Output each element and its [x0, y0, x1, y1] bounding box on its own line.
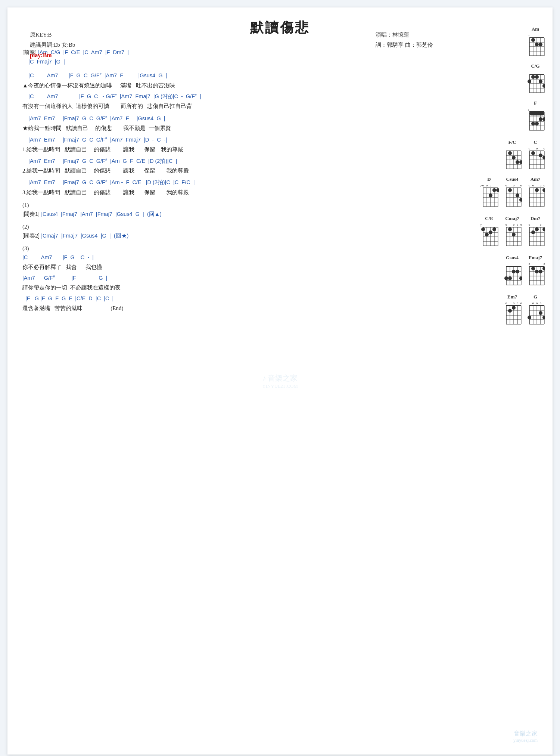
watermark-bottom: 音樂之家 yinyuezj.com [513, 730, 538, 743]
svg-point-137 [489, 230, 492, 234]
svg-point-183 [516, 270, 519, 273]
svg-point-154 [512, 233, 516, 236]
svg-point-123 [542, 188, 545, 192]
s3-lyrics2: 請你帶走你的一切 不必讓我在這樣的夜 [22, 283, 433, 292]
svg-point-197 [531, 267, 535, 270]
section-chorus2: |Am7 Em7 |Fmaj7 G C G/F# |Am G F C/E |D … [22, 157, 433, 175]
meta-left: 原KEY:B 建議男調:Eb 女:Bb play:Bm [30, 30, 75, 61]
chord-g: G o o o [526, 294, 545, 326]
chord-cg: C/G [526, 63, 545, 93]
svg-text:2: 2 [480, 224, 482, 227]
s3-chords3: |F G |F G F G F |C/E D |C |C | [22, 294, 433, 303]
chord-c: C o o o [526, 139, 545, 170]
svg-text:o: o [540, 223, 541, 226]
chord-row-7: Gsus4 [448, 255, 545, 287]
svg-text:o: o [536, 147, 538, 150]
svg-point-135 [481, 227, 485, 231]
svg-point-138 [492, 227, 496, 231]
chord-row-5: D 2 o o o [448, 176, 545, 209]
svg-point-43 [539, 117, 542, 121]
watermark: ♪ 音樂之家 YINYUEZJ.COM [262, 373, 298, 389]
chord-cmaj7: Cmaj7 o o o o [503, 216, 522, 248]
svg-point-198 [535, 270, 539, 273]
original-key: 原KEY:B [30, 30, 75, 40]
section-prelude: [前奏] |Am C/G |F C/E |C Am7 |F Dm7 | |C F… [22, 48, 433, 66]
em7-diagram: o o o o [503, 301, 522, 326]
svg-point-57 [516, 160, 519, 164]
verse1b-lyrics: 有沒有一個這樣的人 這樣傻的可憐 而所有的 悲傷自己扛自己背 [22, 102, 433, 111]
interlude1-chords: [間奏1] |Csus4 |Fmaj7 |Am7 |Fmaj7 |Gsus4 G… [22, 210, 433, 219]
svg-point-181 [508, 276, 512, 280]
chord-row-1: Am o [448, 26, 545, 56]
svg-text:o: o [505, 184, 507, 187]
chord-dm7: Dm7 o o [526, 216, 545, 248]
svg-text:o: o [540, 301, 541, 305]
s3-chords2: |Am7 G/F# |F G | [22, 274, 433, 282]
svg-text:o: o [520, 223, 522, 226]
svg-text:o: o [517, 301, 518, 305]
g-diagram: o o o [526, 301, 545, 326]
chord-d: D 2 o o o [479, 176, 499, 209]
svg-text:o: o [505, 301, 507, 305]
svg-point-199 [539, 270, 542, 273]
interlude2-chords: [間奏2] |Cmaj7 |Fmaj7 |Gsus4 |G | (回★) [22, 232, 433, 240]
svg-point-230 [528, 316, 531, 319]
svg-point-74 [542, 156, 545, 159]
svg-point-106 [516, 193, 519, 197]
svg-point-55 [508, 151, 512, 155]
chorus1-chords: |Am7 Em7 |Fmaj7 G C G/F# |Am7 Fmaj7 |D -… [22, 136, 433, 144]
chord-f: F 1 [526, 100, 545, 133]
am7-diagram: o o o o [526, 183, 545, 209]
svg-point-24 [528, 80, 531, 83]
chorus2-lyrics: 2.給我一點時間 默讀自己 的傷悲 讓我 保留 我的尊嚴 [22, 166, 433, 175]
chorus2-chords: |Am7 Em7 |Fmaj7 G C G/F# |Am G F C/E |D … [22, 157, 433, 165]
svg-point-232 [539, 311, 542, 315]
svg-text:o: o [490, 184, 491, 187]
paren3: (3) [22, 245, 433, 252]
chord-fmaj7: Fmaj7 o o [526, 255, 545, 287]
svg-point-72 [531, 151, 535, 155]
chord-row-3: F 1 [448, 100, 545, 133]
chord-gsus4: Gsus4 [503, 255, 522, 287]
chord-em7: Em7 o o o o [503, 294, 522, 326]
s3-chords1: |C Am7 |F G C - | [22, 253, 433, 262]
svg-text:1: 1 [528, 108, 529, 112]
ce-diagram: 2 [479, 223, 499, 248]
paren2: (2) [22, 224, 433, 230]
chord-row-8: Em7 o o o o [448, 294, 545, 326]
svg-point-25 [531, 75, 535, 79]
svg-point-13 [539, 43, 542, 46]
verse1-lyrics: ▲今夜的心情像一杯沒有燒透的咖啡 滿嘴 吐不出的苦滋味 [22, 81, 433, 90]
svg-point-122 [535, 188, 539, 192]
chorus-star-lyrics: ★給我一點時間 默讀自己 的傷悲 我不願是 一個累贅 [22, 124, 433, 133]
section-chorus1: |Am7 Em7 |Fmaj7 G C G/F# |Am7 Fmaj7 |D -… [22, 136, 433, 154]
suggested-key: 建議男調:Eb 女:Bb [30, 40, 75, 50]
svg-point-180 [504, 276, 508, 280]
svg-point-216 [512, 306, 516, 310]
svg-point-42 [535, 122, 539, 126]
play-key: play:Bm [30, 50, 75, 61]
svg-text:o: o [532, 301, 534, 305]
svg-text:o: o [520, 301, 522, 305]
s3-lyrics1: 你不必再解釋了 我會 我也懂 [22, 263, 433, 272]
chord-csus4: Csus4 o o o [503, 176, 522, 209]
svg-text:o: o [532, 184, 534, 187]
csus4-diagram: o o o [503, 183, 522, 209]
chord-ce: C/E 2 [479, 216, 499, 248]
chord-row-6: C/E 2 [448, 216, 545, 248]
svg-text:o: o [529, 34, 530, 37]
svg-text:o: o [529, 147, 530, 150]
svg-point-58 [519, 160, 522, 164]
chord-row-2: C/G [448, 63, 545, 93]
fc-diagram [503, 146, 522, 170]
svg-text:o: o [544, 262, 545, 266]
svg-text:o: o [544, 147, 545, 150]
svg-point-215 [508, 309, 512, 313]
d-diagram: 2 o o o [479, 183, 499, 209]
chorus1-lyrics: 1.給我一點時間 默讀自己 的傷悲 讓我 保留 我的尊嚴 [22, 145, 433, 154]
section-interlude2: (2) [間奏2] |Cmaj7 |Fmaj7 |Gsus4 |G | (回★) [22, 224, 433, 240]
prelude-chords2: |C Fmaj7 |G | [22, 58, 433, 66]
section-3: (3) |C Am7 |F G C - | 你不必再解釋了 我會 我也懂 |Am… [22, 245, 433, 313]
svg-text:o: o [505, 223, 507, 226]
svg-text:o: o [517, 223, 518, 226]
